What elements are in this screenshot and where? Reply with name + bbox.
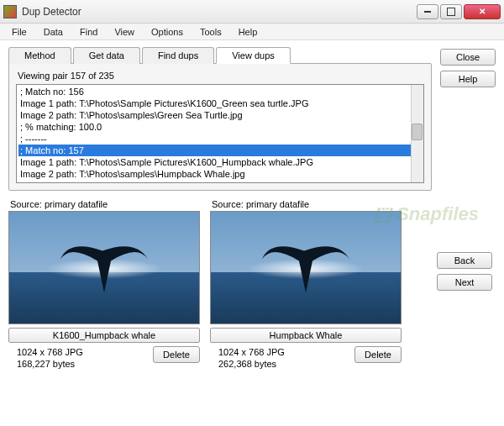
menubar: File Data Find View Options Tools Help [0, 24, 504, 40]
list-line[interactable]: ; ------- [18, 133, 422, 145]
list-line[interactable]: Image 1 path: T:\Photos\Sample Pictures\… [18, 156, 422, 168]
delete-button-left[interactable]: Delete [153, 346, 200, 363]
list-line[interactable]: ; % matching: 100.0 [18, 180, 422, 183]
menu-view[interactable]: View [106, 25, 143, 39]
menu-file[interactable]: File [3, 25, 35, 39]
tab-get-data[interactable]: Get data [73, 47, 140, 64]
source-label-right: Source: primary datafile [210, 199, 402, 209]
scrollbar-thumb[interactable] [412, 124, 423, 140]
match-listbox[interactable]: ; Match no: 156Image 1 path: T:\Photos\S… [16, 84, 424, 183]
preview-right: Source: primary datafile Humpback Whale … [210, 199, 402, 370]
menu-data[interactable]: Data [35, 25, 71, 39]
menu-find[interactable]: Find [71, 25, 106, 39]
filename-left: K1600_Humpback whale [8, 328, 200, 343]
back-button[interactable]: Back [437, 252, 492, 269]
menu-options[interactable]: Options [143, 25, 192, 39]
filesize-left: 168,227 bytes [17, 358, 83, 370]
maximize-button[interactable] [440, 4, 462, 19]
tab-find-dups[interactable]: Find dups [142, 47, 214, 64]
tab-method[interactable]: Method [8, 47, 71, 64]
filesize-right: 262,368 bytes [218, 358, 285, 370]
dimensions-left: 1024 x 768 JPG [17, 346, 83, 358]
help-button[interactable]: Help [440, 71, 496, 87]
delete-button-right[interactable]: Delete [354, 346, 402, 363]
next-button[interactable]: Next [437, 274, 492, 291]
tab-view-dups[interactable]: View dups [216, 47, 291, 64]
list-line[interactable]: Image 2 path: T:\Photos\samples\Green Se… [18, 109, 422, 121]
app-icon [3, 5, 17, 18]
window-close-button[interactable] [464, 4, 501, 19]
menu-help[interactable]: Help [230, 25, 266, 39]
minimize-button[interactable] [417, 4, 438, 19]
list-line[interactable]: Image 1 path: T:\Photos\Sample Pictures\… [18, 97, 422, 109]
image-preview-left [8, 211, 200, 324]
filename-right: Humpback Whale [210, 328, 402, 343]
list-line[interactable]: Image 2 path: T:\Photos\samples\Humpback… [18, 168, 422, 180]
list-line[interactable]: ; Match no: 157 [18, 145, 422, 156]
image-preview-right [210, 211, 402, 324]
titlebar: Dup Detector [0, 0, 504, 24]
menu-tools[interactable]: Tools [192, 25, 230, 39]
view-dups-panel: Viewing pair 157 of 235 ; Match no: 156I… [8, 63, 432, 191]
window-title: Dup Detector [22, 6, 417, 18]
listbox-scrollbar[interactable] [411, 85, 423, 182]
viewing-status: Viewing pair 157 of 235 [18, 71, 424, 81]
preview-left: Source: primary datafile K1600_Humpback … [8, 199, 200, 370]
source-label-left: Source: primary datafile [8, 199, 200, 209]
close-button[interactable]: Close [440, 49, 496, 66]
list-line[interactable]: ; Match no: 156 [18, 86, 422, 97]
list-line[interactable]: ; % matching: 100.0 [18, 121, 422, 133]
tabstrip: Method Get data Find dups View dups [8, 47, 432, 64]
dimensions-right: 1024 x 768 JPG [218, 346, 285, 358]
